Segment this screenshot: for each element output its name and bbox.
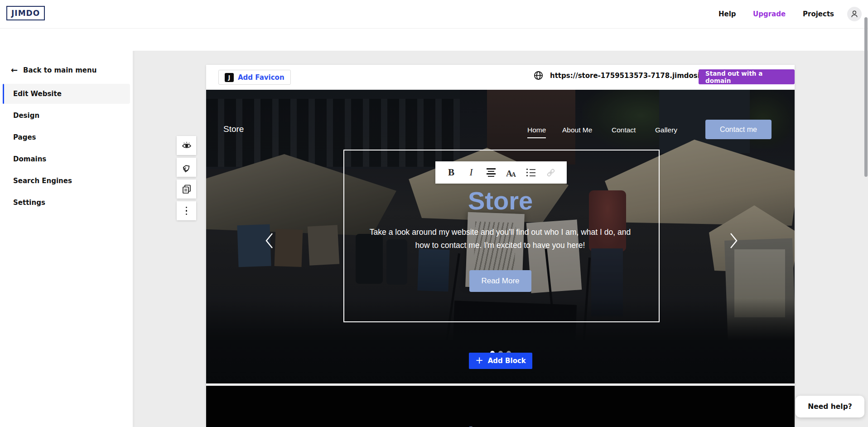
sidebar-item-domains[interactable]: Domains	[3, 149, 130, 169]
add-favicon-label: Add Favicon	[238, 73, 285, 82]
site-nav-contact[interactable]: Contact	[612, 126, 636, 134]
align-center-icon[interactable]	[485, 167, 497, 179]
projects-link[interactable]: Projects	[803, 0, 839, 28]
help-link[interactable]: Help	[719, 0, 738, 28]
canvas-top-bar: J Add Favicon https://store-1759513573-7…	[206, 65, 795, 90]
site-nav-about-me[interactable]: About Me	[562, 126, 592, 134]
jimdo-logo[interactable]: JIMDO	[6, 6, 45, 20]
kebab-icon	[186, 207, 188, 215]
favicon-placeholder-icon: J	[225, 73, 234, 82]
carousel-next-icon[interactable]	[728, 232, 740, 250]
sidebar-item-design[interactable]: Design	[3, 106, 130, 126]
block-more-button[interactable]	[177, 201, 196, 220]
site-brand[interactable]: Store	[223, 124, 244, 134]
bullet-list-icon[interactable]	[525, 167, 537, 179]
duplicate-button[interactable]	[177, 180, 196, 199]
sidebar: ← Back to main menu WEBSITE BUILDER Edit…	[0, 28, 133, 427]
about-me-section[interactable]: About Me	[206, 386, 795, 427]
back-arrow-icon: ←	[11, 65, 18, 75]
person-icon	[850, 10, 859, 19]
carousel-prev-icon[interactable]	[263, 232, 275, 250]
sidebar-item-pages[interactable]: Pages	[3, 127, 130, 147]
eye-icon	[181, 140, 192, 151]
add-favicon-button[interactable]: J Add Favicon	[218, 70, 291, 85]
text-format-toolbar: B I AA	[435, 161, 567, 184]
jimdo-editor: JIMDO Help Upgrade Projects Last saved a…	[0, 0, 868, 427]
style-button[interactable]	[177, 158, 196, 177]
website-canvas: J Add Favicon https://store-1759513573-7…	[206, 65, 795, 427]
editor-toolbar	[133, 28, 868, 51]
contact-me-button[interactable]: Contact me	[705, 120, 772, 139]
upgrade-link[interactable]: Upgrade	[753, 0, 789, 28]
back-to-main-menu[interactable]: ← Back to main menu	[11, 65, 96, 75]
read-more-button[interactable]: Read More	[469, 270, 531, 292]
account-avatar[interactable]	[847, 7, 862, 21]
add-block-label: Add Block	[488, 357, 526, 365]
site-nav-home[interactable]: Home	[527, 126, 546, 138]
font-style-icon[interactable]: AA	[505, 167, 517, 179]
site-nav-gallery[interactable]: Gallery	[655, 126, 677, 134]
visibility-button[interactable]	[177, 136, 196, 155]
sidebar-item-settings[interactable]: Settings	[3, 193, 130, 213]
tags-icon	[181, 162, 192, 173]
globe-icon	[533, 70, 544, 81]
sidebar-item-search-engines[interactable]: Search Engines	[3, 171, 130, 191]
plus-icon: +	[475, 355, 483, 366]
sidebar-item-edit-website[interactable]: Edit Website	[3, 84, 130, 104]
hero-body-text[interactable]: Take a look around my website and you'll…	[364, 226, 636, 252]
back-label: Back to main menu	[23, 66, 96, 74]
bold-icon[interactable]: B	[445, 167, 457, 179]
domain-cta-button[interactable]: Stand out with a domain	[699, 69, 795, 84]
hero-block[interactable]: Store Home About Me Contact Gallery Cont…	[206, 90, 795, 383]
italic-icon[interactable]: I	[465, 167, 477, 179]
link-icon[interactable]	[545, 167, 557, 179]
app-header: JIMDO Help Upgrade Projects	[0, 0, 868, 29]
copy-icon	[181, 184, 192, 194]
add-block-button[interactable]: + Add Block	[469, 353, 532, 369]
site-url-row: https://store-1759513573-7178.jimdosite.…	[533, 70, 726, 81]
page-scrollbar[interactable]	[864, 17, 868, 177]
hero-title[interactable]: Store	[206, 186, 795, 215]
need-help-button[interactable]: Need help?	[796, 396, 864, 417]
about-me-heading: About Me	[206, 422, 795, 427]
